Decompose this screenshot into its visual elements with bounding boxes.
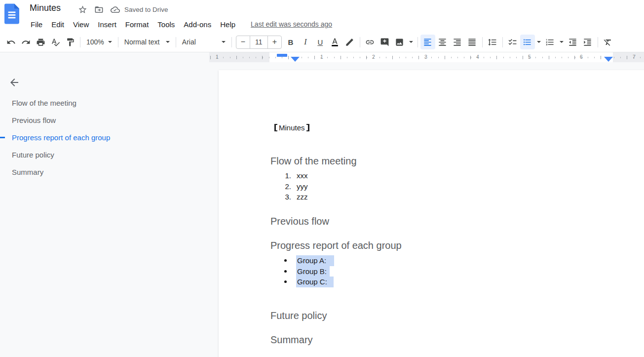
insert-link-button[interactable] <box>363 35 378 49</box>
list-item[interactable]: 1. xxx <box>283 170 308 181</box>
paint-format-button[interactable] <box>63 35 77 49</box>
right-indent-marker[interactable] <box>604 57 613 62</box>
bold-button[interactable]: B <box>283 35 298 49</box>
numbered-list-options-caret[interactable] <box>558 35 566 49</box>
editor-canvas: Flow of the meeting Previous flow Progre… <box>0 63 644 357</box>
justify-button[interactable] <box>465 35 480 49</box>
menu-item-edit[interactable]: Edit <box>47 19 69 30</box>
insert-image-button[interactable] <box>392 35 407 49</box>
paint-format-icon <box>66 38 75 47</box>
selected-text[interactable]: Group A: <box>296 255 334 266</box>
list-item[interactable]: Group B: <box>283 266 334 277</box>
menu-item-tools[interactable]: Tools <box>153 19 179 30</box>
highlighter-icon <box>345 38 354 47</box>
document-page[interactable]: Minutes Flow of the meeting 1. xxx 2. yy… <box>219 70 644 357</box>
bullet-icon <box>284 259 287 262</box>
zoom-select[interactable]: 100% <box>83 35 115 49</box>
move-to-folder-button[interactable] <box>93 4 104 15</box>
ruler-label: 4 <box>476 54 479 60</box>
outline-item-previous-flow[interactable]: Previous flow <box>0 112 217 129</box>
spellcheck-icon <box>51 38 60 47</box>
text-color-button[interactable] <box>328 35 342 49</box>
numbered-list[interactable]: 1. xxx 2. yyy 3. zzz <box>283 170 308 202</box>
left-indent-marker[interactable] <box>291 57 300 62</box>
doc-heading-flow-of-the-meeting[interactable]: Flow of the meeting <box>270 154 357 168</box>
italic-icon: I <box>304 38 306 46</box>
outline-item-flow-of-the-meeting[interactable]: Flow of the meeting <box>0 94 217 112</box>
redo-button[interactable] <box>18 35 33 49</box>
italic-button[interactable]: I <box>298 35 313 49</box>
underline-button[interactable]: U <box>313 35 328 49</box>
doc-heading-summary[interactable]: Summary <box>270 333 313 347</box>
arrow-back-icon <box>8 77 20 88</box>
decrease-indent-button[interactable] <box>566 35 580 49</box>
outline-item-future-policy[interactable]: Future policy <box>0 146 217 163</box>
print-button[interactable] <box>33 35 48 49</box>
highlight-color-button[interactable] <box>342 35 357 49</box>
ruler-label: 5 <box>528 54 531 60</box>
doc-heading-future-policy[interactable]: Future policy <box>270 309 327 322</box>
font-select[interactable]: Arial <box>179 35 229 49</box>
menu-item-insert[interactable]: Insert <box>93 19 121 30</box>
bulleted-list-button[interactable] <box>520 35 535 49</box>
font-size-increase-button[interactable]: + <box>268 36 281 48</box>
doc-text-title[interactable]: Minutes <box>274 122 309 133</box>
font-size-decrease-button[interactable]: − <box>236 36 250 48</box>
align-left-button[interactable] <box>420 35 435 49</box>
styles-select[interactable]: Normal text <box>121 35 173 49</box>
bulleted-list-selected[interactable]: Group A: Group B: Group C: <box>283 255 334 287</box>
list-item-text[interactable]: xxx <box>297 170 308 181</box>
style-value: Normal text <box>124 38 160 46</box>
selected-text[interactable]: Group B: <box>296 266 330 277</box>
menu-item-view[interactable]: View <box>69 19 93 30</box>
menu-item-help[interactable]: Help <box>216 19 240 30</box>
ruler[interactable]: 1 1 2 3 4 5 6 7 <box>209 52 644 62</box>
selected-text[interactable]: Group C: <box>296 277 334 287</box>
list-item[interactable]: 3. zzz <box>283 192 308 202</box>
document-title-input[interactable]: Minutes <box>30 3 61 13</box>
list-item[interactable]: 2. yyy <box>283 181 308 192</box>
image-icon <box>395 38 404 47</box>
insert-image-options-caret[interactable] <box>407 35 415 49</box>
clear-formatting-icon <box>603 38 612 47</box>
list-item-text[interactable]: yyy <box>297 181 308 192</box>
lenticular-bracket-close <box>306 124 309 131</box>
undo-icon <box>6 38 16 47</box>
star-icon <box>78 5 87 14</box>
align-center-button[interactable] <box>435 35 450 49</box>
align-right-icon <box>453 38 462 47</box>
bullet-icon <box>284 280 287 283</box>
list-item[interactable]: Group A: <box>283 255 334 266</box>
numbered-list-button[interactable] <box>543 35 558 49</box>
saved-to-drive-button[interactable] <box>110 4 120 15</box>
doc-heading-previous-flow[interactable]: Previous flow <box>270 214 329 228</box>
list-item[interactable]: Group C: <box>283 277 334 287</box>
star-button[interactable] <box>77 4 88 15</box>
list-item-text[interactable]: zzz <box>297 192 308 202</box>
last-edit-link[interactable]: Last edit was seconds ago <box>251 20 332 28</box>
spellcheck-button[interactable] <box>48 35 63 49</box>
checklist-button[interactable] <box>505 35 520 49</box>
link-icon <box>365 38 375 47</box>
menu-item-format[interactable]: Format <box>121 19 153 30</box>
outline-item-summary[interactable]: Summary <box>0 163 217 181</box>
outline-item-progress-report[interactable]: Progress report of each group <box>0 129 217 146</box>
menu-item-file[interactable]: File <box>26 19 47 30</box>
close-outline-button[interactable] <box>7 75 22 90</box>
chevron-down-icon <box>537 41 541 43</box>
menu-bar: File Edit View Insert Format Tools Add-o… <box>26 18 332 30</box>
first-line-indent-marker[interactable] <box>277 54 287 57</box>
bulleted-list-options-caret[interactable] <box>535 35 543 49</box>
font-size-control: − 11 + <box>236 36 282 49</box>
line-spacing-button[interactable] <box>485 35 500 49</box>
add-comment-button[interactable] <box>378 35 392 49</box>
google-docs-icon[interactable] <box>4 3 19 24</box>
toolbar-divider <box>80 37 80 47</box>
undo-button[interactable] <box>3 35 18 49</box>
doc-heading-progress-report[interactable]: Progress report of each group <box>270 238 402 252</box>
font-size-input[interactable]: 11 <box>250 36 268 48</box>
menu-item-addons[interactable]: Add-ons <box>179 19 216 30</box>
clear-formatting-button[interactable] <box>601 35 615 49</box>
align-right-button[interactable] <box>450 35 465 49</box>
increase-indent-button[interactable] <box>580 35 595 49</box>
